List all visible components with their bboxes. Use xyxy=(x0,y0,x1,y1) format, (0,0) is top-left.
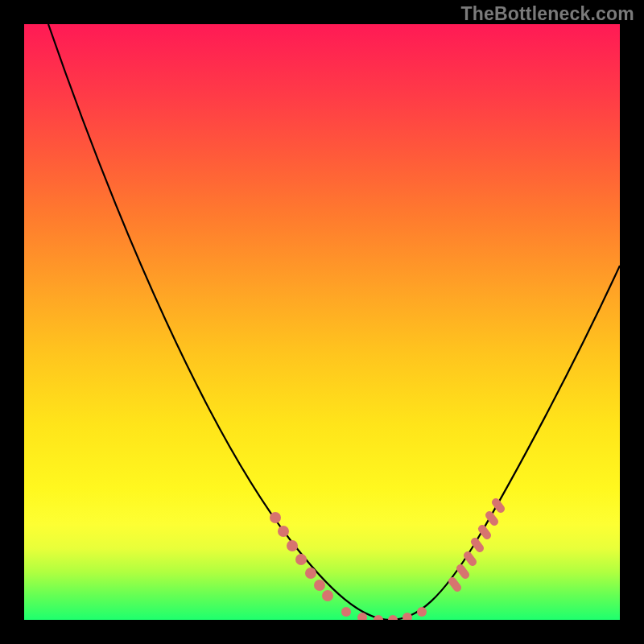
svg-point-12 xyxy=(417,607,427,617)
bottleneck-curve xyxy=(48,24,620,620)
svg-point-10 xyxy=(388,615,398,620)
svg-point-7 xyxy=(341,607,351,617)
svg-point-4 xyxy=(305,568,316,579)
svg-line-14 xyxy=(460,568,465,575)
svg-line-13 xyxy=(452,581,457,588)
svg-line-17 xyxy=(482,529,487,535)
watermark-text: TheBottleneck.com xyxy=(460,3,634,25)
svg-point-1 xyxy=(278,526,289,537)
svg-point-9 xyxy=(374,615,383,620)
right-band xyxy=(452,502,501,588)
svg-line-15 xyxy=(468,555,473,562)
curve-layer xyxy=(24,24,620,620)
svg-line-16 xyxy=(475,542,480,548)
svg-point-5 xyxy=(314,580,325,591)
svg-point-0 xyxy=(270,512,281,523)
plot-area xyxy=(24,24,620,620)
chart-frame: TheBottleneck.com xyxy=(0,0,644,644)
svg-line-18 xyxy=(489,515,494,522)
svg-point-11 xyxy=(402,613,412,620)
svg-point-6 xyxy=(322,590,333,601)
svg-point-3 xyxy=(295,554,307,565)
svg-point-2 xyxy=(287,540,298,551)
svg-line-19 xyxy=(496,502,501,509)
